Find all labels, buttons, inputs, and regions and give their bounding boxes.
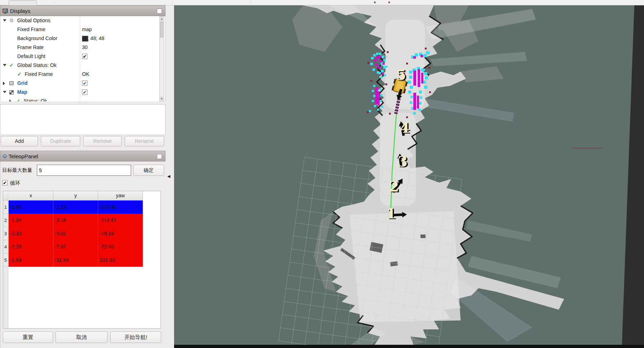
cell-yaw-row3[interactable]: -79.18 (98, 227, 143, 240)
tree-row-label: Frame Rate (17, 43, 44, 52)
displays-panel-header[interactable]: Displays (0, 5, 165, 16)
loop-checkbox[interactable]: ✔ (2, 180, 8, 185)
column-header-y[interactable]: y (53, 191, 98, 200)
check-icon: ✓ (9, 61, 14, 70)
tree-scrollbar[interactable]: ▲ ▼ (159, 16, 164, 101)
tree-row-background-color[interactable]: Background Color48; 48; 48 (0, 34, 158, 43)
displays-button-row: Add Duplicate Remove Rename (0, 136, 165, 147)
confirm-button[interactable]: 确定 (133, 165, 164, 176)
row-number[interactable]: 3 (3, 227, 8, 240)
teleop-panel-header[interactable]: TeleopPanel (0, 151, 165, 161)
tree-row-value[interactable]: map (82, 25, 92, 34)
tree-row-grid[interactable]: Grid✔ (0, 79, 158, 88)
cell-y-row2[interactable]: -3.18 (53, 214, 98, 227)
cell-x-row4[interactable]: -2.20 (9, 240, 53, 253)
toolbar-strip: ▼ ▼ (0, 0, 644, 5)
duplicate-button[interactable]: Duplicate (41, 136, 80, 146)
expander-right-icon[interactable] (3, 82, 5, 85)
waypoint-number-2: 2 (389, 178, 399, 195)
checkbox[interactable]: ✔ (82, 90, 87, 95)
tree-row-fixed-frame[interactable]: Fixed Framemap (0, 25, 158, 34)
expander-down-icon[interactable] (3, 64, 6, 66)
cell-x-row2[interactable]: -1.94 (9, 214, 53, 227)
cell-yaw-row1[interactable]: -170.43 (98, 200, 143, 214)
toolbar-separator (54, 1, 54, 4)
column-header-yaw[interactable]: yaw (98, 191, 143, 200)
cancel-button[interactable]: 取消 (56, 332, 107, 343)
float-panel-button[interactable] (157, 9, 162, 14)
check-icon: ✓ (17, 70, 21, 79)
table-corner (3, 191, 8, 200)
float-panel-button[interactable] (157, 154, 162, 159)
tree-row-map[interactable]: Map✔ (0, 88, 158, 97)
row-number[interactable]: 4 (3, 240, 8, 253)
remove-button[interactable]: Remove (83, 136, 122, 146)
map-icon (9, 90, 14, 95)
scroll-down-icon[interactable]: ▼ (160, 96, 164, 101)
expander-down-icon[interactable] (3, 19, 6, 21)
cell-y-row4[interactable]: -7.62 (53, 240, 98, 253)
displays-icon (3, 9, 8, 13)
map-bottom-edge (174, 345, 644, 348)
tree-row-label: Status: Ok (24, 97, 47, 101)
checkbox[interactable]: ✔ (82, 81, 87, 86)
grid-icon (9, 81, 14, 85)
tree-row-global-options[interactable]: ⚙Global Options (0, 16, 158, 25)
teleop-panel-title: TeleopPanel (9, 153, 38, 159)
cell-yaw-row2[interactable]: -114.42 (98, 214, 143, 227)
toolbar-separator (251, 1, 251, 4)
row-number[interactable]: 5 (3, 253, 8, 267)
dropdown-caret-icon[interactable]: ▼ (388, 0, 391, 5)
column-header-x[interactable]: x (9, 191, 53, 200)
rename-button[interactable]: Rename (125, 136, 164, 146)
occupancy-map: 1122334455 (174, 5, 644, 348)
tree-row-value[interactable]: 30 (82, 43, 88, 52)
scrollbar-thumb[interactable] (160, 21, 163, 38)
tree-row-fixed-frame[interactable]: ✓Fixed FrameOK (0, 70, 158, 79)
tree-row-value[interactable]: 48; 48; 48 (82, 34, 104, 43)
teleop-panel-icon (3, 154, 7, 159)
tree-row-label: Global Options (17, 16, 51, 25)
reset-button[interactable]: 重置 (3, 332, 53, 343)
add-button[interactable]: Add (1, 136, 38, 146)
cell-y-row3[interactable]: -5.02 (53, 227, 98, 240)
displays-empty-list[interactable] (0, 104, 165, 135)
row-number[interactable]: 1 (3, 200, 8, 214)
toolbar-tab[interactable] (9, 0, 37, 5)
tree-row-global-status-ok[interactable]: ✓Global Status: Ok (0, 61, 158, 70)
teleop-footer-buttons: 重置 取消 开始导航! (0, 332, 165, 344)
cell-y-row5[interactable]: -11.55 (53, 253, 98, 267)
loop-label: 循环 (10, 180, 20, 187)
tree-row-value[interactable]: OK (82, 70, 89, 79)
waypoint-number-5: 5 (396, 66, 406, 83)
cell-y-row1[interactable]: -1.23 (53, 200, 98, 214)
tree-row-label: Global Status: Ok (17, 61, 57, 70)
check-icon: ✓ (16, 97, 20, 101)
checkbox[interactable]: ✔ (82, 54, 87, 59)
tree-row-frame-rate[interactable]: Frame Rate30 (0, 43, 158, 52)
waypoint-number-3: 3 (398, 153, 408, 170)
waypoint-table[interactable]: xyyaw1-1.98-1.23-170.432-1.94-3.18-114.4… (3, 191, 161, 329)
displays-panel-title: Displays (10, 8, 30, 14)
tree-row-default-light[interactable]: Default Light✔ (0, 52, 158, 61)
max-goal-input[interactable] (37, 165, 131, 176)
displays-tree[interactable]: ⚙Global OptionsFixed FramemapBackground … (0, 16, 165, 101)
panel-collapse-arrow[interactable]: ◀ (167, 174, 170, 179)
cell-yaw-row5[interactable]: 101.33 (98, 253, 143, 267)
map-artifact-line (572, 148, 602, 149)
cell-x-row3[interactable]: -2.33 (9, 227, 53, 240)
dropdown-caret-icon[interactable]: ▼ (373, 0, 376, 5)
expander-down-icon[interactable] (3, 91, 6, 93)
tree-row-label: Fixed Frame (25, 70, 53, 79)
cell-x-row1[interactable]: -1.98 (9, 200, 53, 214)
start-navigation-button[interactable]: 开始导航! (110, 332, 161, 343)
cell-yaw-row4[interactable]: -72.40 (98, 240, 143, 253)
cell-x-row5[interactable]: -1.59 (9, 253, 53, 267)
row-number-strip (3, 267, 8, 328)
map-viewport[interactable]: 1122334455 (174, 5, 644, 348)
gear-icon: ⚙ (9, 16, 14, 25)
max-goal-label: 目标最大数量 (2, 167, 32, 174)
scroll-up-icon[interactable]: ▲ (160, 16, 164, 21)
row-number[interactable]: 2 (3, 214, 8, 227)
expander-right-icon[interactable] (9, 100, 11, 101)
